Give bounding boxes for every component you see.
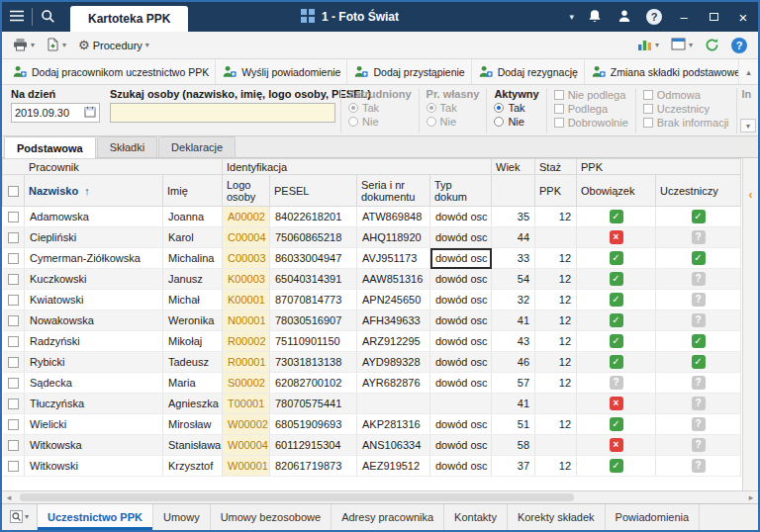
print-button[interactable]: ▾ bbox=[8, 34, 40, 57]
cell-pesel[interactable]: 75060865218 bbox=[270, 227, 357, 248]
help-button[interactable]: ? bbox=[726, 34, 752, 57]
radio-aktywny-tak[interactable]: Tak bbox=[494, 101, 538, 115]
cell-document-type[interactable]: dowód osc bbox=[430, 414, 492, 435]
cell-obligation[interactable]: ? bbox=[577, 373, 656, 394]
checkbox-uczestnicy[interactable]: Uczestnicy bbox=[643, 102, 729, 116]
cell-participation[interactable]: ✓ bbox=[656, 331, 741, 352]
cell-firstname[interactable]: Karol bbox=[163, 227, 223, 248]
row-checkbox[interactable] bbox=[8, 315, 19, 326]
checkbox-odmowa[interactable]: Odmowa bbox=[643, 88, 729, 102]
titlebar-help-button[interactable]: ? bbox=[639, 2, 669, 32]
cell-age[interactable]: 44 bbox=[492, 227, 535, 248]
date-input[interactable]: 2019.09.30 bbox=[11, 103, 100, 123]
cell-firstname[interactable]: Stanisława bbox=[163, 435, 223, 456]
cell-logo[interactable]: W00002 bbox=[223, 414, 270, 435]
cell-logo[interactable]: K00003 bbox=[223, 269, 270, 290]
cell-age[interactable]: 51 bbox=[492, 414, 535, 435]
radio-aktywny-nie[interactable]: Nie bbox=[494, 115, 538, 129]
checkbox-podlega[interactable]: Podlega bbox=[554, 102, 628, 116]
cell-ppk-seniority[interactable]: 12 bbox=[535, 373, 577, 394]
cell-ppk-seniority[interactable]: 12 bbox=[535, 414, 577, 435]
cell-document-type[interactable]: dowód osc bbox=[430, 310, 492, 331]
cell-obligation[interactable]: × bbox=[577, 227, 656, 248]
cell-logo[interactable]: N00001 bbox=[223, 310, 270, 331]
cell-document-number[interactable]: AVJ951173 bbox=[357, 248, 430, 269]
cell-pesel[interactable]: 78030516907 bbox=[270, 310, 357, 331]
cell-obligation[interactable]: ✓ bbox=[577, 352, 656, 373]
export-button[interactable]: ▾ bbox=[42, 34, 71, 57]
cell-firstname[interactable]: Tadeusz bbox=[163, 352, 223, 373]
bottom-tab-umowy[interactable]: Umowy bbox=[153, 504, 211, 530]
bottom-tab-umowy-bezosobowe[interactable]: Umowy bezosobowe bbox=[211, 504, 332, 530]
bottom-tab-kontakty[interactable]: Kontakty bbox=[444, 504, 508, 530]
cell-ppk-seniority[interactable]: 12 bbox=[535, 290, 577, 310]
refresh-button[interactable] bbox=[700, 34, 724, 57]
filter-collapse-button[interactable]: ▾ bbox=[740, 119, 756, 133]
cell-obligation[interactable]: ✓ bbox=[577, 269, 656, 290]
action-button-dodaj-rezygnacj[interactable]: Dodaj rezygnację bbox=[472, 59, 585, 84]
cell-document-type[interactable]: dowód osc bbox=[430, 456, 492, 477]
cell-surname[interactable]: Adamowska bbox=[25, 207, 163, 227]
cell-firstname[interactable]: Agnieszka bbox=[163, 394, 223, 414]
cell-ppk-seniority[interactable] bbox=[535, 394, 577, 414]
cell-obligation[interactable]: ✓ bbox=[577, 456, 656, 477]
column-header-logo[interactable]: Logo osoby bbox=[223, 175, 270, 207]
table-row-witkowski[interactable]: WitkowskiKrzysztofW0000182061719873AEZ91… bbox=[3, 456, 741, 477]
cell-pesel[interactable]: 75110901150 bbox=[270, 331, 357, 352]
person-search-input[interactable] bbox=[110, 103, 335, 123]
cell-ppk-seniority[interactable]: 12 bbox=[535, 331, 577, 352]
row-checkbox[interactable] bbox=[8, 357, 19, 368]
table-row-s-decka[interactable]: SądeckaMariaS0000262082700102AYR682876do… bbox=[3, 373, 741, 394]
cell-firstname[interactable]: Krzysztof bbox=[163, 456, 223, 477]
cell-participation[interactable]: ? bbox=[656, 414, 741, 435]
cell-document-number[interactable] bbox=[357, 394, 430, 414]
cell-logo[interactable]: C00003 bbox=[223, 248, 270, 269]
cell-participation[interactable]: ? bbox=[656, 269, 741, 290]
cell-age[interactable]: 41 bbox=[492, 394, 535, 414]
maximize-button[interactable] bbox=[699, 2, 728, 32]
locator-button[interactable]: ▾ bbox=[2, 504, 38, 530]
cell-logo[interactable]: A00002 bbox=[223, 207, 270, 227]
table-row-wielicki[interactable]: WielickiMirosławW0000268051909693AKP2813… bbox=[3, 414, 741, 435]
row-checkbox[interactable] bbox=[8, 274, 19, 285]
cell-participation[interactable]: ✓ bbox=[656, 207, 741, 227]
cell-ppk-seniority[interactable]: 12 bbox=[535, 456, 577, 477]
close-button[interactable]: × bbox=[728, 2, 758, 32]
cell-pesel[interactable]: 60112915304 bbox=[270, 435, 357, 456]
cell-age[interactable]: 41 bbox=[492, 310, 535, 331]
table-row-nowakowska[interactable]: NowakowskaWeronikaN0000178030516907AFH34… bbox=[3, 310, 741, 331]
cell-document-type[interactable]: dowód osc bbox=[430, 248, 492, 269]
ribbon-collapse-button[interactable]: ▴ bbox=[738, 59, 758, 84]
cell-obligation[interactable]: ✓ bbox=[577, 414, 656, 435]
row-checkbox[interactable] bbox=[8, 461, 19, 472]
cell-surname[interactable]: Sądecka bbox=[25, 373, 163, 394]
column-header-obowiazek[interactable]: Obowiązek bbox=[577, 175, 656, 207]
cell-pesel[interactable]: 82061719873 bbox=[270, 456, 357, 477]
table-row-witkowska[interactable]: WitkowskaStanisławaW0000460112915304ANS1… bbox=[3, 435, 741, 456]
right-panel-strip[interactable]: ‹ bbox=[742, 158, 758, 490]
cell-logo[interactable]: W00001 bbox=[223, 456, 270, 477]
cell-pesel[interactable]: 84022618201 bbox=[270, 207, 357, 227]
cell-document-type[interactable]: dowód osc bbox=[430, 290, 492, 310]
cell-document-type[interactable]: dowód osc bbox=[430, 227, 492, 248]
table-row-kuczkowski[interactable]: KuczkowskiJanuszK0000365040314391AAW8513… bbox=[3, 269, 741, 290]
analysis-chart-button[interactable]: ▾ bbox=[632, 34, 664, 57]
row-checkbox[interactable] bbox=[8, 295, 19, 306]
row-checkbox[interactable] bbox=[8, 419, 19, 430]
row-checkbox[interactable] bbox=[8, 440, 19, 451]
cell-pesel[interactable]: 73031813138 bbox=[270, 352, 357, 373]
cell-participation[interactable]: ? bbox=[656, 373, 741, 394]
cell-document-type[interactable] bbox=[430, 394, 492, 414]
cell-obligation[interactable]: × bbox=[577, 394, 656, 414]
cell-obligation[interactable]: ✓ bbox=[577, 310, 656, 331]
cell-age[interactable]: 35 bbox=[492, 207, 535, 227]
cell-age[interactable]: 58 bbox=[492, 435, 535, 456]
action-button-dodaj-pracownikom-uczestnictwo-ppk[interactable]: Dodaj pracownikom uczestnictwo PPK bbox=[6, 59, 216, 84]
radio-zatrudniony-nie[interactable]: Nie bbox=[348, 115, 412, 129]
cell-pesel[interactable]: 62082700102 bbox=[270, 373, 357, 394]
cell-surname[interactable]: Wielicki bbox=[25, 414, 163, 435]
radio-pr-w-asny-tak[interactable]: Tak bbox=[427, 101, 480, 115]
cell-surname[interactable]: Radzyński bbox=[25, 331, 163, 352]
cell-surname[interactable]: Witkowski bbox=[25, 456, 163, 477]
radio-pr-w-asny-nie[interactable]: Nie bbox=[427, 115, 480, 129]
